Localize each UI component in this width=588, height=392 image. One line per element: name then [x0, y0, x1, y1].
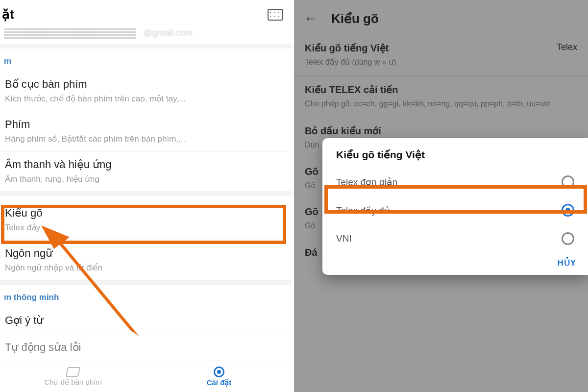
- option-label: VNI: [336, 233, 352, 244]
- option-vni[interactable]: VNI: [322, 224, 588, 253]
- left-header: ặt: [0, 0, 292, 27]
- row-telex-improved[interactable]: Kiểu TELEX cải tiến Cho phép gõ: cc=ch, …: [294, 76, 588, 117]
- option-label: Telex đơn giản: [336, 176, 397, 188]
- divider: [0, 280, 292, 285]
- radio-icon: [562, 232, 574, 245]
- item-title: Tự động sửa lỗi: [5, 341, 287, 354]
- divider: [0, 44, 292, 49]
- option-telex-full[interactable]: Telex đầy đủ: [322, 196, 588, 224]
- item-suggestions[interactable]: Gợi ý từ: [0, 307, 292, 334]
- tab-label: Cài đặt: [207, 378, 232, 387]
- dialog-buttons: HỦY: [322, 253, 588, 268]
- row-value: Telex: [557, 42, 577, 52]
- item-title: Ngôn ngữ: [5, 247, 287, 260]
- item-subtitle: Ngôn ngữ nhập và từ điển: [5, 263, 287, 273]
- dialog-title: Kiểu gõ tiếng Việt: [322, 149, 588, 168]
- item-title: Kiểu gõ: [5, 207, 287, 220]
- item-sound[interactable]: Âm thanh và hiệu ứng Âm thanh, rung, hiệ…: [0, 151, 292, 191]
- tab-settings[interactable]: Cài đặt: [146, 361, 292, 392]
- page-title: Kiểu gõ: [331, 11, 379, 26]
- item-title: Âm thanh và hiệu ứng: [5, 158, 287, 171]
- section-label-b: m thông minh: [0, 285, 292, 307]
- item-language[interactable]: Ngôn ngữ Ngôn ngữ nhập và từ điển: [0, 240, 292, 280]
- back-arrow-icon[interactable]: ←: [304, 11, 318, 26]
- item-title: Bố cục bàn phím: [5, 78, 287, 91]
- radio-icon: [562, 204, 574, 217]
- tab-themes[interactable]: Chủ đề bàn phím: [0, 361, 146, 392]
- item-layout[interactable]: Bố cục bàn phím Kích thước, chế độ bàn p…: [0, 71, 292, 111]
- tab-label: Chủ đề bàn phím: [44, 378, 101, 387]
- gear-icon: [214, 367, 224, 377]
- item-subtitle: Âm thanh, rung, hiệu ứng: [5, 174, 287, 184]
- row-title: Bỏ dấu kiểu mới: [305, 125, 577, 137]
- row-title: Kiểu gõ tiếng Việt: [305, 42, 577, 54]
- option-telex-simple[interactable]: Telex đơn giản: [322, 168, 588, 196]
- dialog-typing-method: Kiểu gõ tiếng Việt Telex đơn giản Telex …: [322, 138, 588, 275]
- item-keys[interactable]: Phím Hàng phím số, Bật/tắt các phím trên…: [0, 111, 292, 151]
- row-subtitle: Telex đầy đủ (dùng w » ư): [305, 57, 577, 68]
- row-title: Kiểu TELEX cải tiến: [305, 84, 577, 96]
- item-title: Gợi ý từ: [5, 314, 287, 327]
- row-subtitle: Cho phép gõ: cc=ch, gg=gi, kk=kh, nn=ng,…: [305, 98, 577, 109]
- item-subtitle: Hàng phím số, Bật/tắt các phím trên bàn …: [5, 134, 287, 144]
- row-input-method[interactable]: Telex Kiểu gõ tiếng Việt Telex đầy đủ (d…: [294, 34, 588, 75]
- divider: [0, 191, 292, 196]
- item-autocorrect[interactable]: Tự động sửa lỗi: [0, 334, 292, 361]
- account-email-redacted: [4, 28, 136, 39]
- cancel-button[interactable]: HỦY: [557, 258, 576, 268]
- page-title: ặt: [2, 7, 14, 22]
- book-icon: [66, 367, 80, 377]
- settings-screen-left: ặt m Bố cục bàn phím Kích thước, chế độ …: [0, 0, 294, 392]
- item-subtitle: Kích thước, chế độ bàn phím trên cao, mộ…: [5, 94, 287, 104]
- section-label-a: m: [0, 49, 292, 71]
- item-typing-method[interactable]: Kiểu gõ Telex đầy: [0, 196, 292, 240]
- keyboard-icon[interactable]: [268, 9, 283, 21]
- item-title: Phím: [5, 118, 287, 131]
- right-header: ← Kiểu gõ: [294, 0, 588, 34]
- item-subtitle: Telex đầy: [5, 222, 287, 233]
- typing-method-screen-right: ← Kiểu gõ Telex Kiểu gõ tiếng Việt Telex…: [294, 0, 588, 392]
- radio-icon: [562, 175, 574, 188]
- option-label: Telex đầy đủ: [336, 205, 390, 216]
- bottom-nav: Chủ đề bàn phím Cài đặt: [0, 361, 292, 392]
